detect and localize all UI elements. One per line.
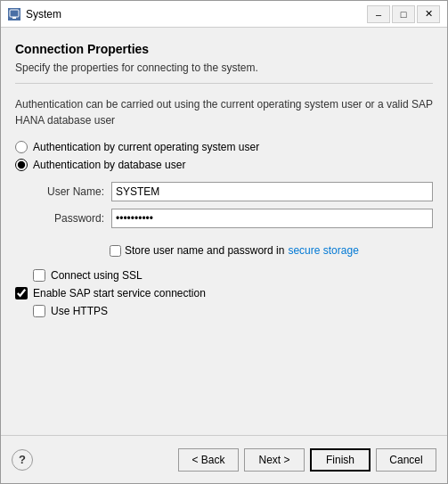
https-row: Use HTTPS: [33, 305, 433, 317]
password-label: Password:: [33, 212, 104, 225]
finish-button[interactable]: Finish: [310, 448, 371, 472]
dialog-content: Connection Properties Specify the proper…: [1, 28, 447, 435]
minimize-button[interactable]: –: [367, 5, 390, 23]
window-title: System: [26, 8, 61, 21]
separator: [15, 83, 433, 84]
main-window: System – □ ✕ Connection Properties Speci…: [0, 0, 448, 484]
cancel-button[interactable]: Cancel: [376, 448, 436, 472]
ssl-checkbox[interactable]: [33, 269, 45, 282]
store-row: Store user name and password in secure s…: [110, 244, 433, 257]
help-button[interactable]: ?: [12, 449, 33, 471]
username-input[interactable]: [111, 182, 433, 201]
secure-storage-link[interactable]: secure storage: [288, 244, 358, 257]
username-label: User Name:: [33, 185, 104, 198]
store-checkbox[interactable]: [110, 245, 121, 257]
title-bar-left: System: [8, 8, 61, 21]
footer: ? < Back Next > Finish Cancel: [1, 435, 447, 483]
next-button[interactable]: Next >: [244, 448, 305, 472]
svg-rect-1: [12, 17, 16, 19]
back-button[interactable]: < Back: [178, 448, 239, 472]
radio-db-input[interactable]: [15, 159, 28, 171]
radio-os-label: Authentication by current operating syst…: [33, 141, 259, 153]
ssl-row: Connect using SSL: [33, 269, 433, 282]
https-checkbox[interactable]: [33, 305, 45, 317]
sap-start-checkbox-label[interactable]: Enable SAP start service connection: [15, 287, 433, 299]
additional-options: Connect using SSL Enable SAP start servi…: [15, 269, 433, 323]
info-text: Authentication can be carried out using …: [15, 96, 433, 128]
page-title: Connection Properties: [15, 42, 433, 56]
footer-right: < Back Next > Finish Cancel: [178, 448, 436, 472]
maximize-button[interactable]: □: [392, 5, 415, 23]
ssl-checkbox-label[interactable]: Connect using SSL: [33, 269, 433, 282]
radio-os-input[interactable]: [15, 141, 28, 153]
svg-rect-0: [10, 10, 19, 17]
close-button[interactable]: ✕: [417, 5, 440, 23]
title-bar: System – □ ✕: [1, 1, 447, 28]
radio-db-auth[interactable]: Authentication by database user: [15, 159, 433, 171]
footer-left: ?: [12, 449, 33, 471]
radio-os-auth[interactable]: Authentication by current operating syst…: [15, 141, 433, 153]
sap-start-checkbox[interactable]: [15, 287, 28, 299]
password-row: Password:: [33, 209, 433, 228]
https-label: Use HTTPS: [51, 305, 108, 317]
https-checkbox-label[interactable]: Use HTTPS: [33, 305, 433, 317]
title-bar-controls: – □ ✕: [367, 5, 440, 23]
form-section: User Name: Password:: [33, 182, 433, 235]
auth-radio-group: Authentication by current operating syst…: [15, 141, 433, 171]
sap-start-label: Enable SAP start service connection: [33, 287, 206, 299]
system-icon: [8, 8, 20, 21]
page-subtitle: Specify the properties for connecting to…: [15, 62, 433, 74]
password-input[interactable]: [111, 209, 433, 228]
username-row: User Name:: [33, 182, 433, 201]
radio-db-label: Authentication by database user: [33, 159, 185, 171]
store-label: Store user name and password in: [125, 244, 284, 257]
ssl-label: Connect using SSL: [51, 269, 143, 282]
